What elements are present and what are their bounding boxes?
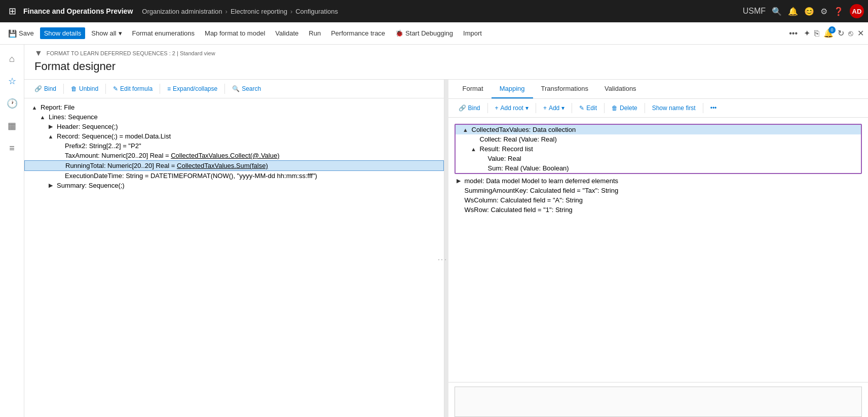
chevron-down-icon: ▾ <box>561 105 564 112</box>
nav-workspaces[interactable]: ▦ <box>2 116 22 136</box>
map-item[interactable]: SummingAmountKey: Calculated field = "Ta… <box>448 186 869 195</box>
format-tree: ▲ Report: File ▲ Lines: Sequence ▶ Heade… <box>24 98 444 417</box>
sep <box>63 84 64 94</box>
map-item[interactable]: WsColumn: Calculated field = "A": String <box>448 195 869 205</box>
tab-format[interactable]: Format <box>455 80 492 98</box>
save-icon: 💾 <box>8 29 17 38</box>
map-item[interactable]: Sum: Real (Value: Boolean) <box>456 163 861 173</box>
nav-home[interactable]: ⌂ <box>2 49 22 69</box>
tab-validations[interactable]: Validations <box>596 80 645 98</box>
format-panel-toolbar: 🔗 Bind 🗑 Unbind ✎ Edit formula <box>24 80 444 98</box>
panel-divider[interactable]: ⋮ <box>444 80 448 417</box>
expand-icon: ▲ <box>30 105 39 111</box>
expand-icon: ▶ <box>47 182 55 189</box>
expand-icon: ≡ <box>167 85 171 92</box>
tree-item[interactable]: ▶ Summary: Sequence(;) <box>24 181 444 190</box>
user-avatar[interactable]: AD <box>850 4 864 18</box>
tree-item[interactable]: ExecutionDateTime: String = DATETIMEFORM… <box>24 171 444 181</box>
main-content: ▼ FORMAT TO LEARN DEFERRED SEQUENCES : 2… <box>24 45 868 417</box>
map-format-to-model-button[interactable]: Map format to model <box>201 27 269 39</box>
link-icon: 🔗 <box>459 105 466 112</box>
formula-textarea[interactable] <box>455 387 862 417</box>
edit-button[interactable]: ✎ Edit <box>575 103 601 113</box>
mapping-panel: Format Mapping Transformations Validatio… <box>448 80 869 417</box>
add-root-button[interactable]: + Add root ▾ <box>491 103 533 113</box>
left-nav: ⌂ ☆ 🕐 ▦ ≡ <box>0 45 24 417</box>
more-icon[interactable]: ••• <box>789 29 798 38</box>
tab-transformations[interactable]: Transformations <box>533 80 596 98</box>
map-item[interactable]: WsRow: Calculated field = "1": String <box>448 205 869 215</box>
import-button[interactable]: Import <box>459 27 486 39</box>
delete-button[interactable]: 🗑 Delete <box>608 103 641 113</box>
save-button[interactable]: 💾 Save <box>4 27 38 40</box>
tool1-icon[interactable]: ✦ <box>804 28 810 38</box>
performance-trace-button[interactable]: Performance trace <box>327 27 389 39</box>
format-enumerations-button[interactable]: Format enumerations <box>128 27 199 39</box>
help-icon[interactable]: ❓ <box>834 7 844 16</box>
breadcrumb-config[interactable]: Configurations <box>295 8 338 15</box>
nav-modules[interactable]: ≡ <box>2 138 22 158</box>
show-all-button[interactable]: Show all ▾ <box>87 27 126 39</box>
more-button[interactable]: ••• <box>706 103 721 113</box>
search-icon[interactable]: 🔍 <box>772 7 782 16</box>
refresh-icon[interactable]: ↻ <box>838 28 844 38</box>
tool2-icon[interactable]: ⎘ <box>814 29 819 38</box>
tree-item[interactable]: Prefix2: String[2..2] = "P2" <box>24 141 444 151</box>
sep5 <box>645 103 645 113</box>
smiley-icon[interactable]: 😊 <box>804 7 814 16</box>
tree-item[interactable]: TaxAmount: Numeric[20..20] Real = Collec… <box>24 151 444 160</box>
search-button[interactable]: 🔍 Search <box>228 84 265 94</box>
grid-menu-icon[interactable]: ⊞ <box>4 3 20 19</box>
filter-icon[interactable]: ▼ <box>34 49 43 58</box>
map-item[interactable]: Value: Real <box>456 154 861 163</box>
map-bind-button[interactable]: 🔗 Bind <box>455 103 484 113</box>
open-new-icon[interactable]: ⎋ <box>848 29 853 38</box>
sep1: › <box>225 8 228 15</box>
chevron-down-icon: ▾ <box>119 29 122 37</box>
map-item[interactable]: ▲ Result: Record list <box>456 144 861 154</box>
sep4 <box>604 103 605 113</box>
run-button[interactable]: Run <box>305 27 325 39</box>
bell-icon[interactable]: 🔔 <box>788 7 798 16</box>
unbind-button[interactable]: 🗑 Unbind <box>67 84 102 94</box>
start-debugging-button[interactable]: 🐞 Start Debugging <box>391 27 457 39</box>
sep <box>487 103 488 113</box>
tree-item[interactable]: ▲ Record: Sequence(;) = model.Data.List <box>24 131 444 141</box>
show-name-first-button[interactable]: Show name first <box>648 103 700 113</box>
expand-icon: ▶ <box>455 178 463 184</box>
badge-icon[interactable]: 🔔0 <box>823 28 834 38</box>
breadcrumb-er[interactable]: Electronic reporting <box>231 8 287 15</box>
tree-item[interactable]: ▲ Lines: Sequence <box>24 112 444 122</box>
tree-item-selected[interactable]: RunningTotal: Numeric[20..20] Real = Col… <box>24 160 444 171</box>
tree-item[interactable]: ▶ Header: Sequence(;) <box>24 122 444 131</box>
add-button[interactable]: + Add ▾ <box>539 103 569 113</box>
link-icon: 🔗 <box>34 85 42 92</box>
expand-icon: ▲ <box>470 146 478 152</box>
app-layout: ⌂ ☆ 🕐 ▦ ≡ ▼ FORMAT TO LEARN DEFERRED SEQ… <box>0 45 868 417</box>
top-bar: ⊞ Finance and Operations Preview Organiz… <box>0 0 868 22</box>
usmf-label: USMF <box>743 7 766 16</box>
close-icon[interactable]: ✕ <box>857 28 864 38</box>
page-header: ▼ FORMAT TO LEARN DEFERRED SEQUENCES : 2… <box>24 45 868 80</box>
sep3 <box>572 103 572 113</box>
bind-button[interactable]: 🔗 Bind <box>30 84 60 94</box>
tab-mapping[interactable]: Mapping <box>492 80 533 98</box>
expand-collapse-button[interactable]: ≡ Expand/collapse <box>163 84 221 94</box>
show-all-dropdown[interactable]: Show all ▾ <box>87 27 126 39</box>
sep3 <box>160 84 160 94</box>
gear-icon[interactable]: ⚙ <box>820 7 827 16</box>
tree-item[interactable]: ▲ Report: File <box>24 102 444 112</box>
format-panel: 🔗 Bind 🗑 Unbind ✎ Edit formula <box>24 80 444 417</box>
nav-favorites[interactable]: ☆ <box>2 71 22 91</box>
map-item[interactable]: ▲ CollectedTaxValues: Data collection <box>456 125 861 134</box>
map-item[interactable]: Collect: Real (Value: Real) <box>456 134 861 144</box>
show-details-button[interactable]: Show details <box>40 27 86 39</box>
trash-icon: 🗑 <box>612 105 618 112</box>
breadcrumb-org[interactable]: Organization administration <box>142 8 222 15</box>
validate-button[interactable]: Validate <box>271 27 303 39</box>
map-item[interactable]: ▶ model: Data model Model to learn defer… <box>448 176 869 186</box>
edit-formula-button[interactable]: ✎ Edit formula <box>109 84 157 94</box>
page-title: Format designer <box>34 60 858 73</box>
nav-recent[interactable]: 🕐 <box>2 93 22 114</box>
pencil-icon: ✎ <box>113 85 118 92</box>
